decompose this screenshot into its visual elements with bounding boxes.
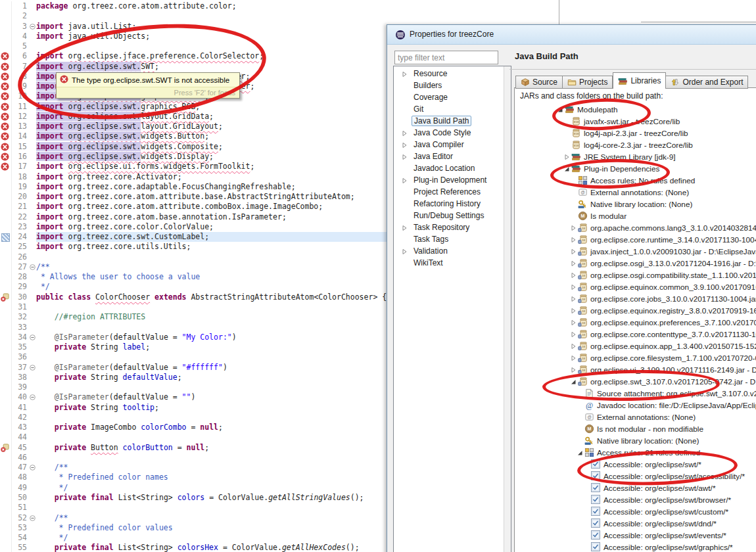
tree-row[interactable]: 10org.eclipse.equinox.preferences_3.7.10… bbox=[515, 317, 756, 329]
code-line[interactable]: 51 bbox=[0, 503, 387, 513]
expand-arrow-icon[interactable] bbox=[570, 260, 577, 267]
code-line[interactable]: 38 private String defaultValue; bbox=[0, 373, 387, 382]
tree-row[interactable]: Access rules: 21 rules defined bbox=[515, 447, 756, 459]
tree-row[interactable]: 010log4j-core-2.3.jar - treezCore/lib bbox=[515, 139, 756, 151]
tree-row[interactable]: Native library location: (None) bbox=[515, 198, 756, 210]
code-line[interactable]: 39 bbox=[0, 382, 387, 392]
code-line[interactable]: 11import org.eclipse.swt.graphics.RGB; bbox=[0, 102, 387, 112]
checkbox[interactable] bbox=[591, 495, 602, 505]
tree-row[interactable]: Accessible: org/eclipse/swt/* bbox=[515, 459, 756, 471]
filter-input[interactable] bbox=[394, 51, 498, 64]
tree-row[interactable]: Access rules: No rules defined bbox=[515, 175, 756, 187]
expand-arrow-icon[interactable] bbox=[401, 248, 408, 254]
tree-row[interactable]: Plug-in Dependencies bbox=[515, 163, 756, 175]
code-line[interactable]: 32 //#region ATTRIBUTES bbox=[0, 312, 387, 322]
sidebar-item-resource[interactable]: Resource bbox=[394, 68, 504, 80]
code-line[interactable]: 20import org.treez.core.atom.attribute.b… bbox=[0, 192, 387, 202]
fold-toggle[interactable] bbox=[29, 363, 36, 373]
code-line[interactable]: 45 private Button colorButton = null; bbox=[0, 443, 387, 453]
code-line[interactable]: 30public class ColorChooser extends Abst… bbox=[0, 292, 387, 302]
expand-arrow-icon[interactable] bbox=[570, 343, 577, 350]
sidebar-item-javadoc-location[interactable]: Javadoc Location bbox=[394, 162, 504, 174]
tree-row[interactable]: 10org.eclipse.ui_3.109.100.v20171116-214… bbox=[515, 364, 756, 376]
code-line[interactable]: 18import org.treez.core.Activator; bbox=[0, 172, 387, 182]
code-line[interactable]: 4import java.util.Objects; bbox=[0, 32, 387, 41]
code-line[interactable]: 29 */ bbox=[0, 282, 387, 292]
code-line[interactable]: 36 bbox=[0, 352, 387, 362]
code-line[interactable]: 2 bbox=[0, 11, 387, 21]
expand-arrow-icon[interactable] bbox=[570, 248, 577, 255]
tab-order-and-export[interactable]: Order and Export bbox=[666, 76, 748, 89]
code-line[interactable]: 35 private String label; bbox=[0, 342, 387, 352]
code-line[interactable]: 47 /** bbox=[0, 463, 387, 472]
tree-row[interactable]: 10org.eclipse.core.jobs_3.10.0.v20171130… bbox=[515, 293, 756, 305]
tab-projects[interactable]: Projects bbox=[563, 76, 613, 89]
checkbox[interactable] bbox=[591, 542, 602, 552]
tree-row[interactable]: 10javax.inject_1.0.0.v20091030.jar - D:\… bbox=[515, 246, 756, 258]
tree-row[interactable]: 10org.eclipse.core.contenttype_3.7.0.v20… bbox=[515, 329, 756, 340]
code-line[interactable]: 49 */ bbox=[0, 483, 387, 493]
sidebar-item-builders[interactable]: Builders bbox=[394, 80, 504, 91]
code-line[interactable]: 42 bbox=[0, 413, 387, 423]
code-line[interactable]: 17import org.eclipse.ui.forms.widgets.Fo… bbox=[0, 162, 387, 172]
tree-row[interactable]: @External annotations: (None) bbox=[515, 187, 756, 198]
code-line[interactable]: 40 @IsParameter(defaultValue = "") bbox=[0, 392, 387, 402]
tree-row[interactable]: @External annotations: (None) bbox=[515, 411, 756, 423]
code-line[interactable]: 12import org.eclipse.swt.layout.GridData… bbox=[0, 112, 387, 122]
sidebar-item-git[interactable]: Git bbox=[394, 103, 504, 115]
tree-row[interactable]: Accessible: org/eclipse/swt/awt/* bbox=[515, 482, 756, 494]
sidebar-item-refactoring-history[interactable]: Refactoring History bbox=[394, 198, 504, 210]
expand-arrow-icon[interactable] bbox=[563, 154, 570, 160]
tree-row[interactable]: 10org.eclipse.swt_3.107.0.v20171205-0742… bbox=[515, 376, 756, 388]
expand-arrow-icon[interactable] bbox=[570, 308, 577, 314]
tree-row[interactable]: 010javafx-swt.jar - treezCore/lib bbox=[515, 116, 756, 127]
sidebar-item-project-references[interactable]: Project References bbox=[394, 186, 504, 198]
code-line[interactable]: 5 bbox=[0, 41, 387, 51]
code-line[interactable]: 55 private final List<String> colorsHex … bbox=[0, 543, 387, 552]
collapse-arrow-icon[interactable] bbox=[557, 106, 563, 113]
sidebar-item-java-compiler[interactable]: Java Compiler bbox=[394, 139, 504, 150]
code-line[interactable]: 50 private final List<String> colors = C… bbox=[0, 493, 387, 503]
sidebar-item-plug-in-development[interactable]: Plug-in Development bbox=[394, 174, 504, 186]
tree-row[interactable]: 10org.eclipse.equinox.app_1.3.400.v20150… bbox=[515, 340, 756, 352]
checkbox[interactable] bbox=[591, 471, 602, 482]
checkbox[interactable] bbox=[591, 507, 602, 517]
collapse-arrow-icon[interactable] bbox=[563, 166, 570, 172]
sidebar-item-java-code-style[interactable]: Java Code Style bbox=[394, 127, 504, 139]
tree-row[interactable]: 10org.eclipse.osgi.compatibility.state_1… bbox=[515, 269, 756, 281]
code-line[interactable]: 48 * Predefined color names bbox=[0, 472, 387, 482]
fold-toggle[interactable] bbox=[29, 22, 36, 32]
code-line[interactable]: 24import org.treez.core.swt.CustomLabel; bbox=[0, 232, 387, 242]
expand-arrow-icon[interactable] bbox=[401, 141, 408, 148]
expand-arrow-icon[interactable] bbox=[401, 70, 408, 77]
sidebar-item-validation[interactable]: Validation bbox=[394, 245, 504, 257]
code-line[interactable]: 25import org.treez.core.utils.Utils; bbox=[0, 242, 387, 252]
sidebar-item-coverage[interactable]: Coverage bbox=[394, 91, 504, 103]
tree-row[interactable]: Source attachment: org.eclipse.swt_3.107… bbox=[515, 388, 756, 400]
expand-arrow-icon[interactable] bbox=[401, 153, 408, 160]
tree-row[interactable]: 10org.eclipse.core.runtime_3.14.0.v20171… bbox=[515, 234, 756, 246]
tree-row[interactable]: Modulepath bbox=[515, 104, 756, 116]
code-line[interactable]: 27/** bbox=[0, 262, 387, 272]
code-line[interactable]: 54 */ bbox=[0, 533, 387, 543]
code-line[interactable]: 28 * Allows the user to choose a value bbox=[0, 272, 387, 282]
fold-toggle[interactable] bbox=[29, 262, 36, 272]
code-line[interactable]: 15import org.eclipse.swt.widgets.Composi… bbox=[0, 142, 387, 152]
checkbox[interactable] bbox=[591, 483, 602, 494]
sidebar-item-wikitext[interactable]: WikiText bbox=[394, 257, 504, 269]
checkbox[interactable] bbox=[591, 518, 602, 529]
fold-toggle[interactable] bbox=[29, 463, 36, 472]
code-line[interactable]: 1package org.treez.core.atom.attribute.c… bbox=[0, 1, 387, 11]
fold-toggle[interactable] bbox=[29, 333, 36, 342]
collapse-arrow-icon[interactable] bbox=[577, 449, 583, 456]
collapse-arrow-icon[interactable] bbox=[570, 379, 577, 385]
tree-row[interactable]: Accessible: org/eclipse/swt/dnd/* bbox=[515, 518, 756, 530]
tree-row[interactable]: 10org.eclipse.core.filesystem_1.7.100.v2… bbox=[515, 352, 756, 364]
code-line[interactable]: 31 bbox=[0, 302, 387, 312]
tree-row[interactable]: Accessible: org/eclipse/swt/accessibilit… bbox=[515, 471, 756, 482]
code-line[interactable]: 21import org.treez.core.atom.attribute.c… bbox=[0, 202, 387, 212]
expand-arrow-icon[interactable] bbox=[401, 129, 408, 136]
code-line[interactable]: 37 @IsParameter(defaultValue = "#ffffff"… bbox=[0, 363, 387, 373]
code-line[interactable]: 14import org.eclipse.swt.widgets.Button; bbox=[0, 131, 387, 141]
expand-arrow-icon[interactable] bbox=[570, 225, 577, 231]
